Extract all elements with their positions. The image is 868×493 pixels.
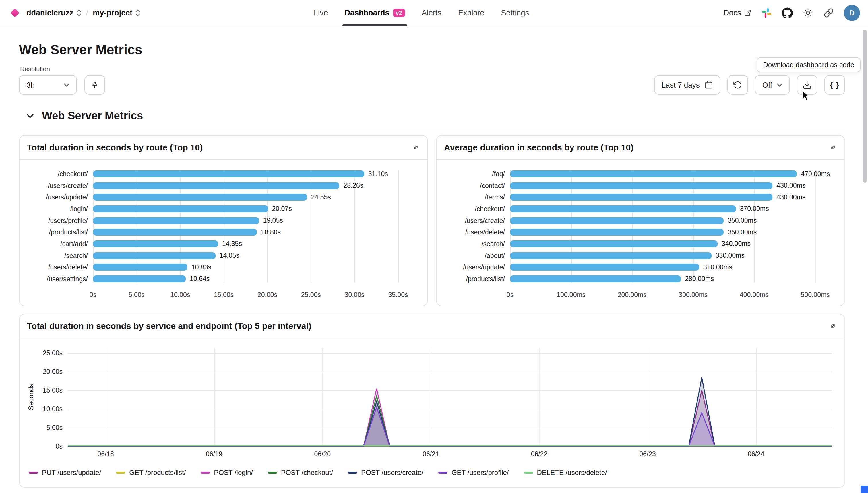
bar-value-label: 330.00ms bbox=[716, 252, 745, 259]
bar-row[interactable]: 350.00ms bbox=[510, 217, 837, 224]
area-plot[interactable] bbox=[68, 347, 832, 446]
bar-row[interactable]: 430.00ms bbox=[510, 182, 837, 189]
legend-item[interactable]: POST /users/create/ bbox=[348, 469, 423, 477]
time-range-button[interactable]: Last 7 days bbox=[654, 75, 720, 95]
bar[interactable] bbox=[510, 276, 681, 282]
bar-row[interactable]: 19.05s bbox=[93, 217, 419, 224]
topbar: ddanielcruzz / my-project Live Dashboard… bbox=[0, 0, 868, 26]
tab-alerts[interactable]: Alerts bbox=[422, 0, 442, 26]
x-axis-tick-label: 30.00s bbox=[345, 291, 364, 299]
legend-item[interactable]: DELETE /users/delete/ bbox=[524, 469, 607, 477]
avatar[interactable]: D bbox=[844, 5, 860, 21]
x-axis-tick-label: 20.00s bbox=[257, 291, 277, 299]
bar[interactable] bbox=[510, 194, 772, 200]
bar[interactable] bbox=[93, 194, 307, 200]
x-axis-tick-label: 06/22 bbox=[531, 450, 548, 458]
bar[interactable] bbox=[510, 182, 772, 189]
bar[interactable] bbox=[510, 170, 797, 177]
auto-refresh-select[interactable]: Off bbox=[755, 75, 790, 95]
x-axis-tick-label: 200.00ms bbox=[618, 291, 647, 299]
legend-swatch bbox=[524, 472, 533, 474]
y-axis-tick-label: 10.00s bbox=[43, 405, 63, 413]
bar[interactable] bbox=[510, 240, 718, 248]
bar-value-label: 310.00ms bbox=[703, 263, 732, 271]
bar[interactable] bbox=[93, 170, 364, 177]
expand-panel-button[interactable] bbox=[829, 144, 837, 151]
bar-value-label: 24.55s bbox=[311, 193, 331, 201]
bar[interactable] bbox=[93, 182, 339, 189]
bar[interactable] bbox=[510, 229, 724, 236]
y-axis-tick-label: 0s bbox=[56, 443, 63, 450]
docs-link[interactable]: Docs bbox=[723, 8, 751, 18]
bar-row[interactable]: 24.55s bbox=[93, 193, 419, 201]
bar-row[interactable]: 20.07s bbox=[93, 205, 419, 213]
bar[interactable] bbox=[93, 252, 216, 259]
bar-category-label: /about/ bbox=[442, 252, 505, 259]
chevron-down-icon bbox=[777, 83, 782, 87]
bar-row[interactable]: 14.05s bbox=[93, 252, 419, 259]
dashboard-controls: Resolution 3h Last 7 days Off bbox=[19, 65, 845, 95]
bar-row[interactable]: 430.00ms bbox=[510, 193, 837, 201]
theme-sun-icon[interactable] bbox=[803, 7, 813, 18]
bar[interactable] bbox=[93, 206, 268, 212]
bar-value-label: 10.64s bbox=[190, 275, 210, 283]
bar-row[interactable]: 280.00ms bbox=[510, 275, 837, 283]
bar[interactable] bbox=[93, 240, 218, 248]
bar-row[interactable]: 18.80s bbox=[93, 229, 419, 236]
legend-item[interactable]: GET /users/profile/ bbox=[438, 469, 509, 477]
pin-button[interactable] bbox=[84, 75, 105, 95]
bar-row[interactable]: 340.00ms bbox=[510, 240, 837, 248]
bar[interactable] bbox=[510, 252, 712, 259]
tab-live[interactable]: Live bbox=[314, 0, 328, 26]
expand-icon bbox=[829, 322, 837, 330]
github-icon[interactable] bbox=[782, 7, 793, 18]
legend-item[interactable]: GET /products/list/ bbox=[116, 469, 186, 477]
legend-item[interactable]: POST /checkout/ bbox=[268, 469, 333, 477]
bar[interactable] bbox=[93, 264, 187, 271]
bar-row[interactable]: 310.00ms bbox=[510, 263, 837, 271]
bar-row[interactable]: 350.00ms bbox=[510, 229, 837, 236]
bar-row[interactable]: 10.64s bbox=[93, 275, 419, 283]
dashboard-code-button[interactable]: { } bbox=[824, 75, 845, 95]
bar-category-label: /users/profile/ bbox=[25, 217, 88, 224]
bar-value-label: 370.00ms bbox=[740, 205, 769, 213]
bar-row[interactable]: 470.00ms bbox=[510, 170, 837, 178]
slack-icon[interactable] bbox=[761, 7, 772, 18]
tab-explore[interactable]: Explore bbox=[458, 0, 485, 26]
bar-category-label: /products/list/ bbox=[442, 275, 505, 283]
bar-value-label: 350.00ms bbox=[728, 229, 757, 236]
x-axis-tick-label: 06/21 bbox=[423, 450, 439, 458]
resolution-select[interactable]: 3h bbox=[19, 75, 77, 95]
org-switcher[interactable]: ddanielcruzz bbox=[25, 6, 83, 20]
share-link-icon[interactable] bbox=[823, 7, 834, 18]
bar[interactable] bbox=[93, 229, 257, 236]
expand-panel-button[interactable] bbox=[829, 322, 837, 330]
bar[interactable] bbox=[510, 206, 736, 212]
section-header[interactable]: Web Server Metrics bbox=[19, 110, 845, 129]
bar-row[interactable]: 370.00ms bbox=[510, 205, 837, 213]
logo-diamond-icon[interactable] bbox=[10, 8, 19, 17]
tab-settings[interactable]: Settings bbox=[501, 0, 529, 26]
breadcrumb-separator: / bbox=[86, 8, 88, 18]
bar[interactable] bbox=[93, 217, 259, 224]
bar[interactable] bbox=[93, 276, 186, 282]
legend-item[interactable]: PUT /users/update/ bbox=[29, 469, 101, 477]
x-axis-tick-label: 0s bbox=[89, 291, 97, 299]
scrollbar[interactable] bbox=[863, 30, 867, 183]
bar-category-label: /checkout/ bbox=[442, 205, 505, 213]
tab-dashboards[interactable]: Dashboards v2 bbox=[345, 0, 405, 26]
bar-row[interactable]: 330.00ms bbox=[510, 252, 837, 259]
corner-widget[interactable] bbox=[861, 486, 868, 493]
expand-panel-button[interactable] bbox=[412, 144, 420, 151]
refresh-button[interactable] bbox=[727, 75, 748, 95]
bar-category-label: /search/ bbox=[442, 240, 505, 248]
legend-swatch bbox=[438, 472, 447, 474]
bar-row[interactable]: 14.35s bbox=[93, 240, 419, 248]
bar-row[interactable]: 31.10s bbox=[93, 170, 419, 178]
bar[interactable] bbox=[510, 264, 699, 271]
legend-item[interactable]: POST /login/ bbox=[200, 469, 253, 477]
project-switcher[interactable]: my-project bbox=[91, 6, 142, 20]
bar-row[interactable]: 28.26s bbox=[93, 182, 419, 189]
bar[interactable] bbox=[510, 217, 724, 224]
bar-row[interactable]: 10.83s bbox=[93, 263, 419, 271]
